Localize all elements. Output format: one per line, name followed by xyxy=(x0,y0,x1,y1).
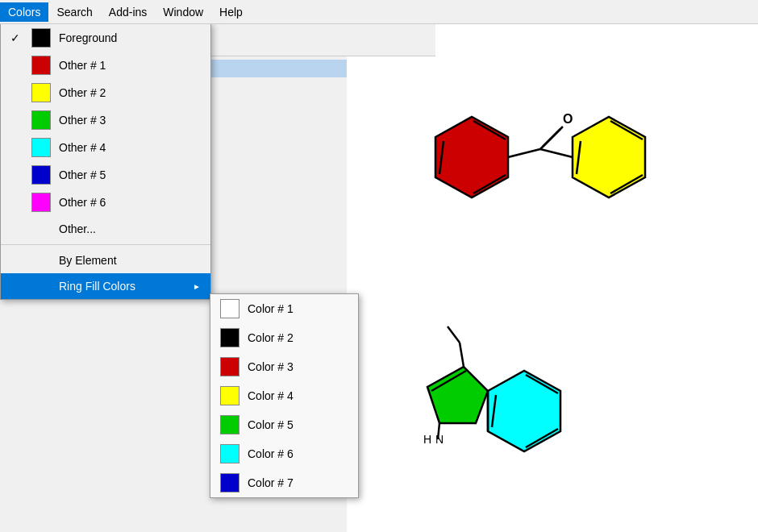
submenu-item-color1[interactable]: Color # 1 xyxy=(210,294,358,323)
color1-label: Color # 1 xyxy=(248,302,294,315)
other1-label: Other # 1 xyxy=(59,59,106,72)
svg-line-6 xyxy=(543,127,563,147)
foreground-label: Foreground xyxy=(59,31,117,44)
other2-label: Other # 2 xyxy=(59,86,106,99)
other6-swatch xyxy=(31,193,51,212)
color3-label: Color # 3 xyxy=(248,360,294,373)
svg-line-4 xyxy=(508,149,540,157)
svg-text:N: N xyxy=(435,433,444,446)
color2-label: Color # 2 xyxy=(248,331,294,344)
colors-dropdown-menu: ✓ Foreground Other # 1 Other # 2 Other #… xyxy=(0,23,211,300)
svg-text:O: O xyxy=(563,112,573,126)
menubar-colors[interactable]: Colors xyxy=(0,2,48,22)
color2-swatch xyxy=(220,328,239,347)
other2-swatch xyxy=(31,83,51,102)
menu-item-other-ellipsis[interactable]: Other... xyxy=(1,216,210,242)
submenu-arrow-icon: ► xyxy=(193,282,201,291)
menu-item-other1[interactable]: Other # 1 xyxy=(1,52,210,79)
color4-label: Color # 4 xyxy=(248,389,294,402)
submenu-item-color2[interactable]: Color # 2 xyxy=(210,323,358,352)
color6-label: Color # 6 xyxy=(248,447,294,460)
by-element-label: By Element xyxy=(59,254,117,267)
other4-label: Other # 4 xyxy=(59,141,106,154)
menu-item-other3[interactable]: Other # 3 xyxy=(1,106,210,134)
other-ellipsis-label: Other... xyxy=(59,222,96,235)
menu-item-foreground[interactable]: ✓ Foreground xyxy=(1,24,210,52)
svg-marker-9 xyxy=(573,117,645,197)
foreground-swatch xyxy=(31,28,51,48)
svg-line-8 xyxy=(540,149,573,157)
menubar-search[interactable]: Search xyxy=(48,2,100,22)
menu-item-other5[interactable]: Other # 5 xyxy=(1,161,210,189)
svg-text:H: H xyxy=(423,433,431,446)
other1-swatch xyxy=(31,56,51,75)
svg-line-22 xyxy=(460,343,464,367)
color5-label: Color # 5 xyxy=(248,418,294,431)
menubar-window[interactable]: Window xyxy=(155,2,211,22)
other5-swatch xyxy=(31,165,51,185)
svg-marker-18 xyxy=(488,371,560,451)
menubar-addins[interactable]: Add-ins xyxy=(101,2,155,22)
ring-fill-label: Ring Fill Colors xyxy=(59,280,135,293)
other3-label: Other # 3 xyxy=(59,114,106,127)
menu-item-other2[interactable]: Other # 2 xyxy=(1,79,210,106)
color3-swatch xyxy=(220,357,239,376)
color7-label: Color # 7 xyxy=(248,476,294,489)
menubar: Colors Search Add-ins Window Help xyxy=(0,0,758,24)
color5-swatch xyxy=(220,415,239,434)
color7-swatch xyxy=(220,473,239,493)
svg-line-23 xyxy=(448,326,460,343)
other4-swatch xyxy=(31,138,51,157)
color4-swatch xyxy=(220,386,239,405)
other3-swatch xyxy=(31,110,51,130)
menu-item-by-element[interactable]: By Element xyxy=(1,247,210,273)
submenu-item-color5[interactable]: Color # 5 xyxy=(210,410,358,439)
color6-swatch xyxy=(220,444,239,463)
submenu-item-color3[interactable]: Color # 3 xyxy=(210,352,358,381)
menu-item-ring-fill[interactable]: Ring Fill Colors ► xyxy=(1,273,210,299)
ringfill-submenu: Color # 1 Color # 2 Color # 3 Color # 4 … xyxy=(210,293,359,498)
other5-label: Other # 5 xyxy=(59,168,106,181)
molecule-canvas: O H N xyxy=(347,24,758,532)
submenu-item-color7[interactable]: Color # 7 xyxy=(210,468,358,497)
submenu-item-color6[interactable]: Color # 6 xyxy=(210,439,358,468)
menu-item-other6[interactable]: Other # 6 xyxy=(1,189,210,216)
menubar-help[interactable]: Help xyxy=(211,2,251,22)
check-mark: ✓ xyxy=(10,31,23,44)
submenu-item-color4[interactable]: Color # 4 xyxy=(210,381,358,410)
color1-swatch xyxy=(220,299,239,318)
menu-separator-1 xyxy=(1,244,210,245)
menu-item-other4[interactable]: Other # 4 xyxy=(1,134,210,161)
other6-label: Other # 6 xyxy=(59,196,106,209)
svg-marker-0 xyxy=(435,117,508,197)
